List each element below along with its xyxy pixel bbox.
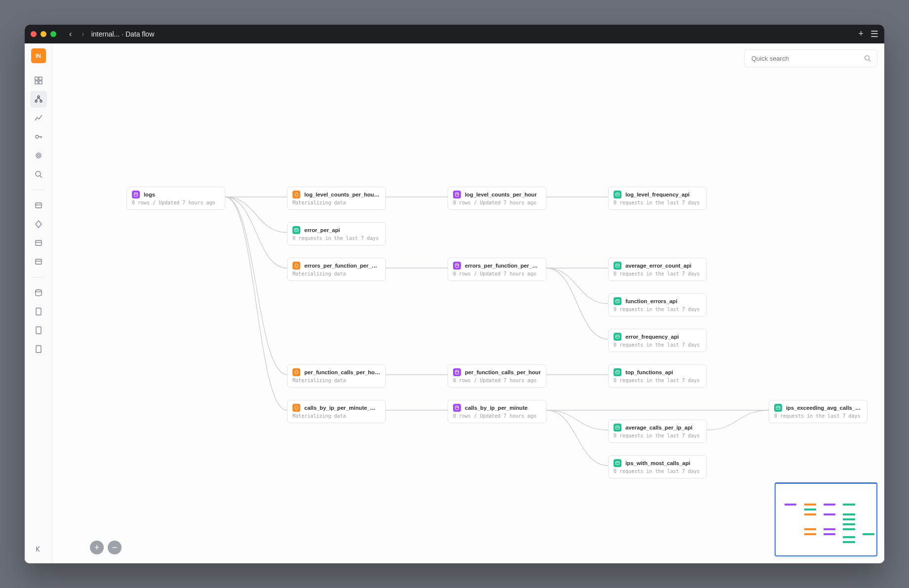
zoom-out-button[interactable]: − xyxy=(108,541,122,554)
node-label: average_calls_per_ip_api xyxy=(625,425,693,431)
node-subtext: 0 requests in the last 7 days xyxy=(614,307,702,312)
node-label: error_frequency_api xyxy=(625,334,679,340)
node-subtext: 0 requests in the last 7 days xyxy=(614,200,702,205)
node-subtext: 0 rows / Updated 7 hours ago xyxy=(453,413,541,419)
nav-back-icon[interactable]: ‹ xyxy=(66,30,75,39)
node-label: log_level_counts_per_hour_materi… xyxy=(304,192,380,197)
node-label: average_error_count_api xyxy=(625,263,692,269)
node-calls_ip_mat[interactable]: calls_by_ip_per_minute_materiali…Materia… xyxy=(287,400,386,423)
green-node-icon xyxy=(614,424,621,431)
svg-rect-21 xyxy=(455,193,458,196)
node-calls_ip[interactable]: calls_by_ip_per_minute0 rows / Updated 7… xyxy=(448,400,546,423)
node-err_fn[interactable]: errors_per_function_per_hour0 rows / Upd… xyxy=(448,258,546,281)
svg-point-5 xyxy=(35,100,37,102)
node-fn_err_api[interactable]: function_errors_api0 requests in the las… xyxy=(608,293,707,316)
node-err_freq_api[interactable]: error_frequency_api0 requests in the las… xyxy=(608,329,707,352)
svg-rect-1 xyxy=(39,77,42,80)
svg-rect-16 xyxy=(36,327,41,334)
workspace-badge[interactable]: IN xyxy=(31,48,46,63)
settings-icon[interactable] xyxy=(30,147,47,164)
node-ips_most_api[interactable]: ips_with_most_calls_api0 requests in the… xyxy=(608,455,707,478)
node-subtext: 0 requests in the last 7 days xyxy=(614,378,702,383)
node-subtext: 0 rows / Updated 7 hours ago xyxy=(132,200,220,205)
node-avg_calls_api[interactable]: average_calls_per_ip_api0 requests in th… xyxy=(608,420,707,443)
add-icon[interactable]: + xyxy=(858,29,864,39)
tokens-icon[interactable] xyxy=(30,128,47,145)
doc2-icon[interactable] xyxy=(30,322,47,339)
node-subtext: Materializing data xyxy=(292,378,380,383)
node-label: log_level_frequency_api xyxy=(625,192,690,197)
minimap[interactable] xyxy=(775,482,877,556)
window-title: internal... · Data flow xyxy=(91,30,155,38)
orange-node-icon xyxy=(292,191,300,198)
datasource3-icon[interactable] xyxy=(30,253,47,270)
orange-node-icon xyxy=(292,404,300,412)
node-subtext: 0 requests in the last 7 days xyxy=(292,235,380,241)
green-node-icon xyxy=(614,297,621,305)
menu-icon[interactable]: ☰ xyxy=(870,29,878,39)
overview-icon[interactable] xyxy=(30,72,47,89)
db-icon[interactable] xyxy=(30,284,47,301)
traffic-lights xyxy=(31,31,56,37)
node-label: calls_by_ip_per_minute xyxy=(465,405,528,411)
svg-rect-25 xyxy=(616,193,620,196)
zoom-in-button[interactable]: + xyxy=(90,541,104,554)
svg-rect-22 xyxy=(455,264,458,268)
node-label: calls_by_ip_per_minute_materiali… xyxy=(304,405,380,411)
svg-rect-2 xyxy=(35,81,38,84)
node-fn_calls[interactable]: per_function_calls_per_hour0 rows / Upda… xyxy=(448,364,546,388)
maximize-icon[interactable] xyxy=(50,31,56,37)
node-subtext: 0 rows / Updated 7 hours ago xyxy=(453,378,541,383)
node-avg_err_api[interactable]: average_error_count_api0 requests in the… xyxy=(608,258,707,281)
node-subtext: 0 rows / Updated 7 hours ago xyxy=(453,271,541,276)
svg-point-6 xyxy=(40,100,42,102)
node-err_fn_mat[interactable]: errors_per_function_per_hour_mat…Materia… xyxy=(287,258,386,281)
node-subtext: 0 requests in the last 7 days xyxy=(774,413,862,419)
flow-canvas[interactable]: logs0 rows / Updated 7 hours agolog_leve… xyxy=(52,43,884,563)
doc1-icon[interactable] xyxy=(30,303,47,320)
node-llf_api[interactable]: log_level_frequency_api0 requests in the… xyxy=(608,187,707,210)
purple-node-icon xyxy=(132,191,140,198)
collapse-icon[interactable] xyxy=(30,541,47,557)
node-label: errors_per_function_per_hour xyxy=(465,263,541,269)
close-icon[interactable] xyxy=(31,31,37,37)
node-top_fn_api[interactable]: top_functions_api0 requests in the last … xyxy=(608,364,707,388)
green-node-icon xyxy=(774,404,782,412)
node-label: per_function_calls_per_hour_mate… xyxy=(304,369,380,375)
svg-rect-26 xyxy=(616,264,620,267)
node-llc_mat[interactable]: log_level_counts_per_hour_materi…Materia… xyxy=(287,187,386,210)
orange-node-icon xyxy=(292,262,300,270)
data-flow-icon[interactable] xyxy=(30,91,47,108)
pipe-icon[interactable] xyxy=(30,216,47,233)
node-label: ips_exceeding_avg_calls_per_minu… xyxy=(786,405,862,411)
svg-rect-31 xyxy=(616,462,620,465)
node-subtext: Materializing data xyxy=(292,413,380,419)
svg-point-10 xyxy=(36,171,41,176)
node-label: log_level_counts_per_hour xyxy=(465,192,537,197)
search-icon[interactable] xyxy=(30,166,47,183)
minimize-icon[interactable] xyxy=(41,31,46,37)
svg-point-14 xyxy=(36,290,41,292)
node-ips_exceed[interactable]: ips_exceeding_avg_calls_per_minu…0 reque… xyxy=(769,400,868,423)
svg-rect-30 xyxy=(616,426,620,429)
node-logs[interactable]: logs0 rows / Updated 7 hours ago xyxy=(126,187,225,210)
datasource-icon[interactable] xyxy=(30,197,47,214)
svg-rect-13 xyxy=(36,259,41,264)
green-node-icon xyxy=(614,262,621,270)
svg-rect-19 xyxy=(134,193,137,196)
node-label: error_per_api xyxy=(304,227,340,233)
datasource2-icon[interactable] xyxy=(30,235,47,251)
green-node-icon xyxy=(614,191,621,198)
node-subtext: 0 requests in the last 7 days xyxy=(614,469,702,474)
metrics-icon[interactable] xyxy=(30,110,47,126)
node-llc[interactable]: log_level_counts_per_hour0 rows / Update… xyxy=(448,187,546,210)
node-err_api[interactable]: error_per_api0 requests in the last 7 da… xyxy=(287,222,386,245)
node-subtext: Materializing data xyxy=(292,271,380,276)
purple-node-icon xyxy=(453,404,461,412)
svg-rect-23 xyxy=(455,370,458,374)
doc3-icon[interactable] xyxy=(30,341,47,357)
svg-rect-12 xyxy=(36,240,41,245)
app-window: ‹ › internal... · Data flow + ☰ IN xyxy=(25,25,884,563)
node-fn_calls_mat[interactable]: per_function_calls_per_hour_mate…Materia… xyxy=(287,364,386,388)
nav-forward-icon[interactable]: › xyxy=(79,30,87,39)
